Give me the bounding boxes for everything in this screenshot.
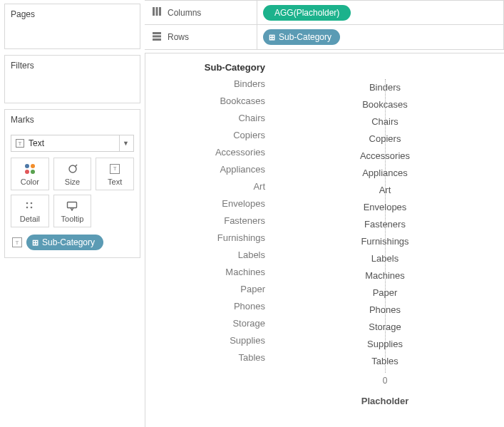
chevron-down-icon: ▼: [119, 135, 132, 151]
viz-row-header[interactable]: Copiers: [145, 127, 265, 144]
viz-row-value[interactable]: Appliances: [271, 165, 499, 182]
mark-type-label: Text: [29, 138, 44, 148]
plus-icon: ⊞: [32, 238, 38, 247]
text-icon: T: [16, 139, 24, 148]
viz-row-header[interactable]: Tables: [145, 349, 265, 366]
text-button[interactable]: T Text: [96, 158, 134, 190]
columns-icon: [152, 6, 162, 19]
mark-type-dropdown[interactable]: T Text ▼: [11, 135, 134, 152]
viz-row-value[interactable]: Fasteners: [271, 216, 499, 233]
viz-row-header[interactable]: Paper: [145, 281, 265, 298]
svg-rect-7: [156, 7, 158, 16]
detail-icon: [24, 200, 36, 212]
size-icon: [67, 163, 78, 175]
pill-subcategory-rows[interactable]: ⊞ Sub-Category: [263, 29, 340, 45]
viz-row-header[interactable]: Bookcases: [145, 93, 265, 110]
axis-title: Placholder: [271, 396, 499, 406]
text-label: Text: [108, 178, 122, 186]
pill-label: Sub-Category: [42, 237, 95, 247]
text-icon: T: [110, 163, 120, 175]
marks-title: Marks: [5, 110, 140, 132]
viz-header-title: Sub-Category: [145, 61, 265, 76]
viz-row-header[interactable]: Phones: [145, 298, 265, 315]
pill-subcategory-marks[interactable]: ⊞ Sub-Category: [26, 235, 103, 250]
detail-label: Detail: [20, 215, 40, 223]
viz-row-value[interactable]: Furnishings: [271, 233, 499, 250]
tooltip-button[interactable]: Tooltip: [53, 195, 92, 227]
plus-icon: ⊞: [269, 33, 275, 42]
viz-row-header[interactable]: Machines: [145, 264, 265, 281]
viz-row-value[interactable]: Supplies: [271, 336, 499, 353]
columns-label: Columns: [168, 8, 201, 18]
text-icon: T: [12, 237, 22, 247]
svg-point-4: [31, 206, 33, 208]
viz-row-header[interactable]: Labels: [145, 247, 265, 264]
svg-point-3: [26, 206, 29, 208]
viz-row-value[interactable]: Machines: [271, 267, 499, 284]
viz-row-value[interactable]: Envelopes: [271, 199, 499, 216]
viz-row-value[interactable]: Labels: [271, 250, 499, 267]
viz-row-value[interactable]: Storage: [271, 319, 499, 336]
viz-row-header[interactable]: Accessories: [145, 144, 265, 161]
viz-row-header[interactable]: Envelopes: [145, 195, 265, 212]
filters-title: Filters: [5, 56, 140, 83]
viz-row-header[interactable]: Binders: [145, 76, 265, 93]
viz-row-value[interactable]: Paper: [271, 284, 499, 302]
pill-label: AGG(Placholder): [274, 8, 339, 18]
filters-panel: Filters: [4, 55, 140, 103]
viz-row-header[interactable]: Furnishings: [145, 230, 265, 247]
viz-row-value[interactable]: Binders: [271, 79, 499, 96]
rows-shelf[interactable]: Rows ⊞ Sub-Category: [145, 25, 504, 50]
axis-tick-zero: 0: [271, 376, 499, 386]
size-label: Size: [65, 178, 80, 186]
svg-rect-9: [153, 32, 161, 34]
tooltip-label: Tooltip: [61, 215, 84, 223]
columns-shelf[interactable]: Columns AGG(Placholder): [145, 0, 504, 25]
pill-label: Sub-Category: [279, 32, 331, 42]
tooltip-icon: [66, 200, 78, 212]
viz-row-value[interactable]: Accessories: [271, 148, 499, 165]
size-button[interactable]: Size: [53, 158, 92, 190]
svg-point-1: [26, 202, 29, 204]
marks-assigned-row[interactable]: T ⊞ Sub-Category: [5, 232, 140, 250]
viz-row-value[interactable]: Art: [271, 182, 499, 199]
viz-row-value[interactable]: Chairs: [271, 113, 499, 130]
viz-row-value[interactable]: Tables: [271, 353, 499, 370]
svg-rect-5: [68, 202, 77, 207]
viz-row-header[interactable]: Storage: [145, 315, 265, 332]
pill-agg-placeholder[interactable]: AGG(Placholder): [263, 5, 351, 21]
svg-rect-6: [153, 7, 155, 16]
svg-rect-8: [159, 7, 161, 16]
svg-point-2: [31, 202, 33, 204]
viz-row-value[interactable]: Copiers: [271, 130, 499, 148]
viz-row-header[interactable]: Appliances: [145, 161, 265, 178]
viz-row-header[interactable]: Art: [145, 178, 265, 195]
viz-row-header[interactable]: Fasteners: [145, 212, 265, 230]
rows-icon: [152, 31, 162, 43]
viz-row-value[interactable]: Phones: [271, 302, 499, 319]
pages-panel: Pages: [4, 4, 140, 49]
marks-panel: Marks T Text ▼ Color Size: [4, 109, 140, 258]
detail-button[interactable]: Detail: [11, 195, 49, 227]
viz-row-header[interactable]: Supplies: [145, 332, 265, 349]
svg-rect-11: [153, 38, 161, 41]
color-button[interactable]: Color: [11, 158, 49, 190]
rows-label: Rows: [168, 32, 189, 42]
color-icon: [24, 163, 36, 175]
svg-rect-10: [153, 35, 161, 37]
viz-row-header[interactable]: Chairs: [145, 110, 265, 127]
pages-title: Pages: [5, 4, 140, 32]
color-label: Color: [21, 178, 39, 186]
viz-row-value[interactable]: Bookcases: [271, 96, 499, 113]
viz-canvas[interactable]: Sub-Category BindersBookcasesChairsCopie…: [145, 53, 504, 427]
